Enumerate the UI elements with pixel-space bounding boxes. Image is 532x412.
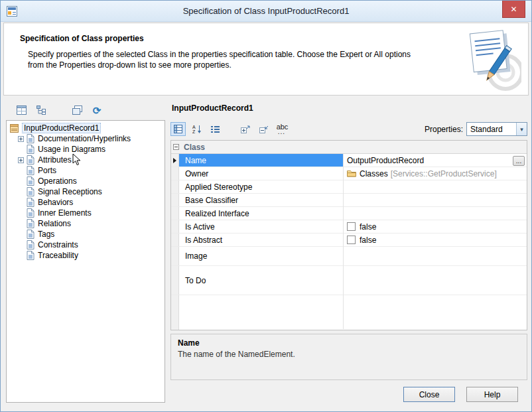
collapse-all-icon[interactable] [256, 122, 271, 136]
property-value-cell[interactable]: Classes [Services::GetProductService] [343, 167, 527, 180]
help-button[interactable]: Help [466, 387, 518, 402]
tree-item-attributes[interactable]: Attributes [7, 155, 165, 165]
left-toolbar: ⟳ [6, 100, 165, 120]
tree-item-label: Ports [38, 166, 56, 175]
name-value[interactable]: OutputProductRecord [347, 156, 424, 165]
property-value-cell[interactable]: false [343, 220, 527, 233]
tree-item-label: Traceability [38, 251, 78, 260]
tree-item-signal-receptions[interactable]: Signal Receptions [7, 186, 165, 197]
property-label[interactable]: Applied Stereotype [179, 180, 343, 193]
property-row-image[interactable]: Image [171, 247, 527, 266]
tree-item-ports[interactable]: Ports [7, 165, 165, 176]
tree-item-operations[interactable]: Operations [7, 176, 165, 186]
document-icon [27, 145, 34, 154]
containment-tree[interactable]: InputProductRecord1 Documentation/Hyperl… [6, 120, 165, 403]
property-label[interactable]: To Do [179, 266, 343, 295]
tree-item-traceability[interactable]: Traceability [7, 250, 165, 261]
checkbox-unchecked[interactable] [347, 236, 356, 244]
document-icon [27, 198, 34, 207]
titlebar[interactable]: Specification of Class InputProductRecor… [1, 1, 531, 22]
properties-label: Properties: [425, 125, 463, 134]
document-icon [27, 251, 34, 260]
property-row-is-abstract[interactable]: Is Abstract false [171, 234, 527, 247]
description-text: The name of the NamedElement. [178, 350, 520, 359]
refresh-icon[interactable]: ⟳ [91, 104, 103, 116]
document-icon [27, 219, 34, 228]
close-button[interactable]: Close [403, 387, 455, 402]
property-value-cell[interactable] [343, 266, 527, 295]
window-title: Specification of Class InputProductRecor… [40, 6, 492, 16]
class-node-icon [10, 124, 19, 133]
property-row-to-do[interactable]: To Do [171, 266, 527, 295]
tree-item-label: Inner Elements [38, 208, 92, 218]
property-label[interactable]: Is Abstract [179, 234, 343, 246]
specification-dialog: Specification of Class InputProductRecor… [0, 0, 532, 412]
property-row-base-classifier[interactable]: Base Classifier [171, 194, 527, 207]
document-icon [27, 155, 34, 165]
tree-item-constraints[interactable]: Constraints [7, 240, 165, 250]
chevron-down-icon[interactable]: ▾ [516, 123, 527, 135]
header-description: Specify properties of the selected Class… [28, 49, 528, 70]
property-row-realized-interface[interactable]: Realized Interface [171, 207, 527, 220]
containment-tree-icon[interactable] [35, 104, 47, 116]
tree-item-tags[interactable]: Tags [7, 229, 165, 240]
tree-root-inputproductrecord1[interactable]: InputProductRecord1 [7, 123, 165, 133]
document-icon [27, 166, 34, 175]
tree-item-documentation-hyperlinks[interactable]: Documentation/Hyperlinks [7, 133, 165, 144]
properties-select[interactable]: Standard ▾ [466, 122, 527, 136]
categorized-view-icon[interactable] [170, 122, 186, 136]
tree-item-relations[interactable]: Relations [7, 218, 165, 229]
properties-filter: Properties: Standard ▾ [425, 122, 527, 136]
window-icon [7, 6, 17, 17]
sort-alphabetically-icon[interactable]: AZ [189, 122, 204, 136]
row-selector-gutter [171, 154, 179, 167]
tree-item-label: Constraints [38, 240, 78, 249]
property-label[interactable]: Is Active [179, 220, 343, 233]
property-description-panel: Name The name of the NamedElement. [170, 334, 527, 380]
selected-row-arrow-icon [173, 158, 176, 163]
property-value-cell[interactable] [343, 207, 527, 220]
property-value-cell[interactable]: false [343, 234, 527, 246]
class-group-header[interactable]: Class [171, 141, 527, 154]
property-row-owner[interactable]: Owner Classes [Services::GetProductServi… [171, 167, 527, 180]
flat-view-icon[interactable] [208, 122, 223, 136]
tree-item-behaviors[interactable]: Behaviors [7, 197, 165, 208]
close-icon[interactable]: ✕ [502, 1, 525, 18]
property-label[interactable]: Image [179, 247, 343, 265]
property-label[interactable]: Base Classifier [179, 194, 343, 206]
property-label[interactable]: Realized Interface [179, 207, 343, 220]
document-icon [27, 187, 34, 196]
header-panel: Specification of Class properties Specif… [3, 23, 529, 96]
ellipsis-button[interactable]: ... [513, 156, 525, 166]
property-value-cell[interactable] [343, 247, 527, 265]
expand-icon[interactable] [18, 157, 24, 163]
expand-icon[interactable] [18, 136, 24, 142]
tree-item-inner-elements[interactable]: Inner Elements [7, 208, 165, 218]
element-title: InputProductRecord1 [172, 103, 253, 113]
tree-item-label: Relations [38, 219, 71, 228]
tree-item-usage-in-diagrams[interactable]: Usage in Diagrams [7, 144, 165, 155]
spec-tables-icon[interactable] [15, 104, 27, 116]
document-icon [27, 176, 34, 186]
property-label[interactable]: Owner [179, 167, 343, 180]
property-row-is-active[interactable]: Is Active false [171, 220, 527, 234]
property-label[interactable]: Name [179, 154, 343, 167]
document-icon [27, 134, 34, 143]
group-label: Class [184, 143, 205, 152]
property-value-cell[interactable] [343, 194, 527, 206]
expand-all-icon[interactable] [237, 122, 253, 136]
collapse-icon[interactable] [173, 144, 179, 150]
abc-filter-icon[interactable]: abc [275, 122, 290, 136]
owner-value[interactable]: Classes [360, 169, 388, 178]
property-row-applied-stereotype[interactable]: Applied Stereotype [171, 180, 527, 194]
property-value-cell[interactable]: OutputProductRecord ... [343, 154, 527, 167]
property-value-cell[interactable] [343, 180, 527, 193]
property-row-name[interactable]: Name OutputProductRecord ... [171, 154, 527, 167]
checkbox-unchecked[interactable] [347, 222, 356, 231]
clone-window-icon[interactable] [71, 104, 83, 116]
document-pencil-illustration [463, 26, 521, 95]
left-panel: ⟳ InputProductRecord1 Documentation/Hype… [6, 100, 165, 403]
right-panel: InputProductRecord1 AZ abc Properties: [170, 100, 527, 411]
tree-item-label: Behaviors [38, 198, 73, 207]
is-active-value: false [360, 222, 376, 232]
